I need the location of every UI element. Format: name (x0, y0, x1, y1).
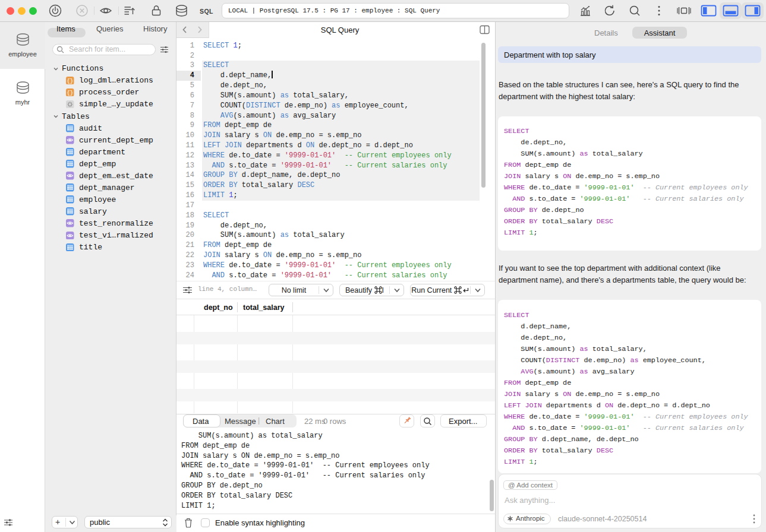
svg-text:{}: {} (67, 78, 73, 84)
svg-text:{}: {} (67, 90, 73, 96)
